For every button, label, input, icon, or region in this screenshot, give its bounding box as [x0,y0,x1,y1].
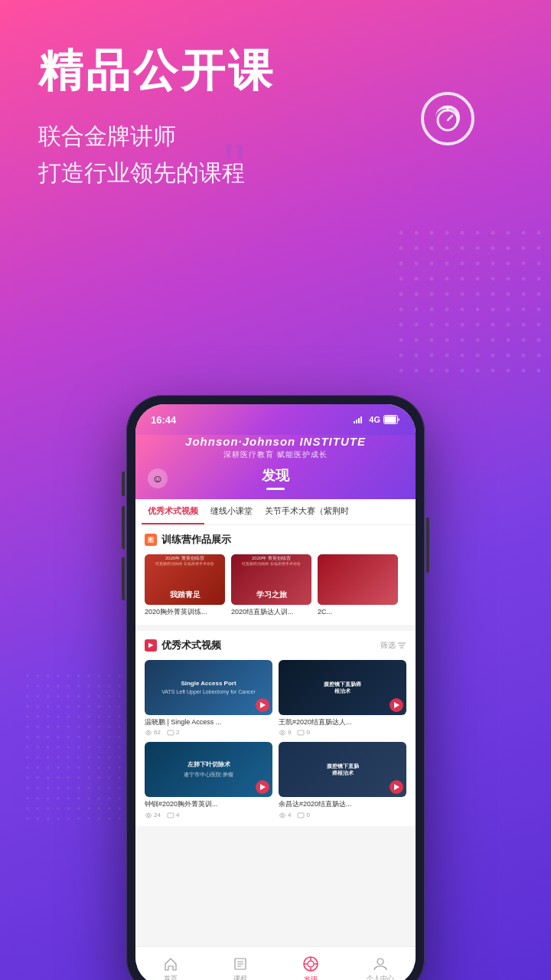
video-3-subtitle-overlay: 遂宁市中心医院·肿瘤 [184,771,233,779]
video-2-stats: 9 0 [279,729,406,736]
video-1-comments: 2 [167,729,179,736]
video-card-4[interactable]: 腹腔镜下直肠癌根治术 余昌达#2020结直肠达... 4 [279,742,406,818]
video-card-1[interactable]: Single Access Port VATS Left Upper Lobec… [145,660,272,737]
svg-rect-24 [298,813,304,818]
video-grid: Single Access Port VATS Left Upper Lobec… [135,657,416,826]
nav-underline [266,488,285,490]
play-button-1[interactable] [256,698,269,712]
svg-point-4 [438,110,458,130]
svg-point-23 [282,814,284,816]
video-3-comments: 4 [167,812,179,818]
tab-suture[interactable]: 缝线小课堂 [204,499,259,524]
nav-discover-label: 发现 [304,975,318,981]
nav-discover[interactable]: 发现 [276,956,346,981]
phone-screen: 16:44 4G [135,404,416,980]
status-bar: 16:44 4G [135,404,416,435]
phone-outer-shell: 16:44 4G [126,395,425,980]
video-3-stats: 24 4 [145,812,272,818]
svg-rect-13 [385,416,396,423]
video-4-name: 余昌达#2020结直肠达... [279,800,406,809]
course-icon [233,956,248,972]
svg-rect-20 [298,730,304,735]
filter-button[interactable]: 筛选 [380,640,406,651]
video-section-icon: ▶ [145,639,157,652]
svg-point-21 [148,814,150,816]
video-3-name: 钟钏#2020胸外菁英训... [145,800,272,809]
svg-rect-11 [360,416,362,423]
video-section-header: ▶ 优秀术式视频 筛选 [135,631,416,657]
video-thumb-1: Single Access Port VATS Left Upper Lobec… [145,660,272,715]
training-section-title: 训练营作品展示 [161,533,231,547]
svg-rect-18 [168,730,174,735]
page-title: 精品公开课 [38,46,513,95]
training-card-3-name: 2C... [318,608,398,617]
status-right: 4G [354,415,400,424]
app-header: ☺ Johnson·Johnson INSTITUTE 深耕医疗教育 赋能医护成… [135,435,416,499]
nav-discover: 发现 [148,466,403,490]
video-3-title-overlay: 左肺下叶切除术 [187,761,230,769]
nav-course[interactable]: 课程 [206,956,276,981]
play-button-2[interactable] [390,698,403,712]
page-header: 精品公开课 " 联合金牌讲师 打造行业领先的课程 [0,0,551,191]
video-thumb-3: 左肺下叶切除术 遂宁市中心医院·肿瘤 [145,742,272,797]
video-2-comments: 0 [297,729,309,736]
tab-competition[interactable]: 关节手术大赛（紫荆时 [259,499,355,524]
training-thumb-2: 2020年 菁英创练营 结直肠癌治病例 非临床类手术你告 学习之旅 [231,554,311,605]
video-thumb-4: 腹腔镜下直肠癌根治术 [279,742,406,797]
nav-home-label: 首页 [164,974,178,981]
video-1-name: 温晓鹏 | Single Access ... [145,718,272,727]
svg-rect-8 [354,421,355,423]
svg-rect-10 [358,418,360,423]
training-thumb-3 [318,554,398,605]
training-card-2[interactable]: 2020年 菁英创练营 结直肠癌治病例 非临床类手术你告 学习之旅 2020结直… [231,554,311,617]
back-button[interactable]: ☺ [148,469,168,488]
svg-rect-1 [398,230,551,383]
video-2-name: 王凯#2020结直肠达人... [279,718,406,727]
nav-course-label: 课程 [233,974,247,981]
svg-point-35 [377,959,383,965]
training-card-1-name: 2020胸外菁英训练... [145,608,225,617]
battery-icon [383,415,400,424]
video-2-views: 9 [279,729,291,736]
svg-point-30 [308,961,314,967]
main-content: 图 训练营作品展示 2020年 菁英创练营 结直肠癌治病例 非临床类手术你告 [135,525,416,946]
video-4-comments: 0 [297,812,309,818]
network-label: 4G [369,415,380,424]
nav-home[interactable]: 首页 [135,956,206,981]
bottom-nav: 首页 课程 [135,946,416,980]
video-2-title-overlay: 腹腔镜下直肠癌根治术 [324,681,361,694]
video-4-stats: 4 0 [279,812,406,818]
video-1-subtitle-overlay: VATS Left Upper Lobectomy for Cancer [161,689,256,694]
timer-icon[interactable] [421,92,474,145]
training-card-3[interactable]: 2C... [318,554,398,617]
video-card-3[interactable]: 左肺下叶切除术 遂宁市中心医院·肿瘤 钟钏#2020胸外菁英训... 24 [145,742,272,818]
tab-row: 优秀术式视频 缝线小课堂 关节手术大赛（紫荆时 [135,499,416,525]
nav-profile-label: 个人中心 [367,974,394,981]
video-3-views: 24 [145,812,161,818]
phone-mockup: 16:44 4G [126,395,425,980]
video-card-2[interactable]: 腹腔镜下直肠癌根治术 王凯#2020结直肠达人... 9 [279,660,406,737]
video-section: ▶ 优秀术式视频 筛选 [135,631,416,826]
profile-icon [373,956,388,972]
nav-profile[interactable]: 个人中心 [346,956,416,981]
video-4-views: 4 [279,812,291,818]
training-card-2-name: 2020结直肠达人训... [231,608,311,617]
training-card[interactable]: 2020年 菁英创练营 结直肠癌治病例 非临床类手术你告 我踏青足 2020胸外… [145,554,225,617]
training-thumb-1: 2020年 菁英创练营 结直肠癌治病例 非临床类手术你告 我踏青足 [145,554,225,605]
video-1-views: 62 [145,729,161,736]
jj-subtitle: 深耕医疗教育 赋能医护成长 [148,449,403,460]
training-section: 图 训练营作品展示 2020年 菁英创练营 结直肠癌治病例 非临床类手术你告 [135,525,416,625]
signal-icon [354,416,366,423]
training-section-header: 图 训练营作品展示 [135,525,416,551]
home-icon [163,956,178,972]
svg-rect-9 [356,420,357,423]
training-section-icon: 图 [145,534,157,546]
video-1-stats: 62 2 [145,729,272,736]
video-thumb-2: 腹腔镜下直肠癌根治术 [279,660,406,715]
tab-video[interactable]: 优秀术式视频 [142,499,204,524]
status-time: 16:44 [151,414,176,426]
svg-point-17 [148,731,150,733]
quote-decoration: " [222,134,247,195]
filter-icon [397,641,406,650]
video-4-title-overlay: 腹腔镜下直肠癌根治术 [327,763,359,776]
